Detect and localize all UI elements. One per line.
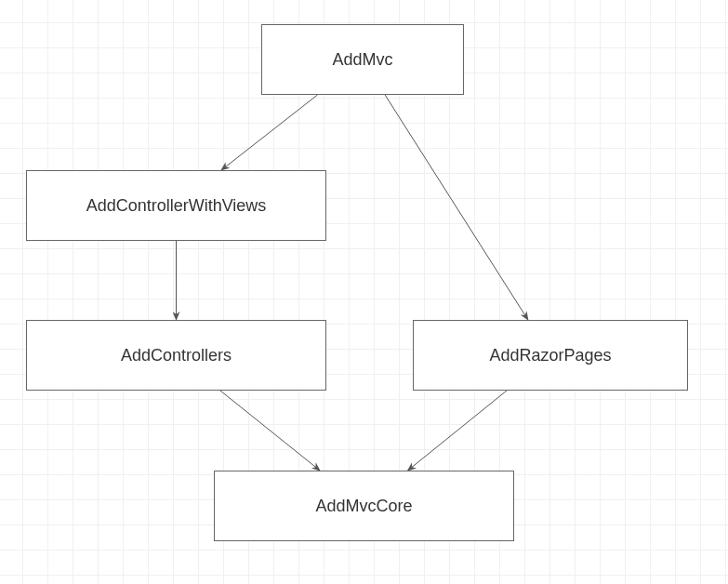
- node-add-controller-with-views[interactable]: AddControllerWithViews: [26, 170, 326, 241]
- node-add-mvc[interactable]: AddMvc: [261, 24, 464, 95]
- edge-arrow: [221, 95, 318, 170]
- node-add-mvc-core[interactable]: AddMvcCore: [214, 471, 514, 541]
- node-add-controllers[interactable]: AddControllers: [26, 320, 326, 391]
- edge-arrow: [408, 391, 508, 471]
- node-add-razor-pages[interactable]: AddRazorPages: [413, 320, 688, 391]
- node-label: AddRazorPages: [489, 346, 611, 365]
- edge-arrow: [385, 95, 528, 320]
- node-label: AddControllerWithViews: [86, 196, 267, 216]
- node-label: AddControllers: [121, 346, 232, 365]
- diagram-canvas: AddMvc AddControllerWithViews AddControl…: [0, 0, 728, 584]
- node-label: AddMvcCore: [315, 497, 412, 516]
- node-label: AddMvc: [332, 50, 392, 70]
- edge-arrow: [220, 391, 320, 471]
